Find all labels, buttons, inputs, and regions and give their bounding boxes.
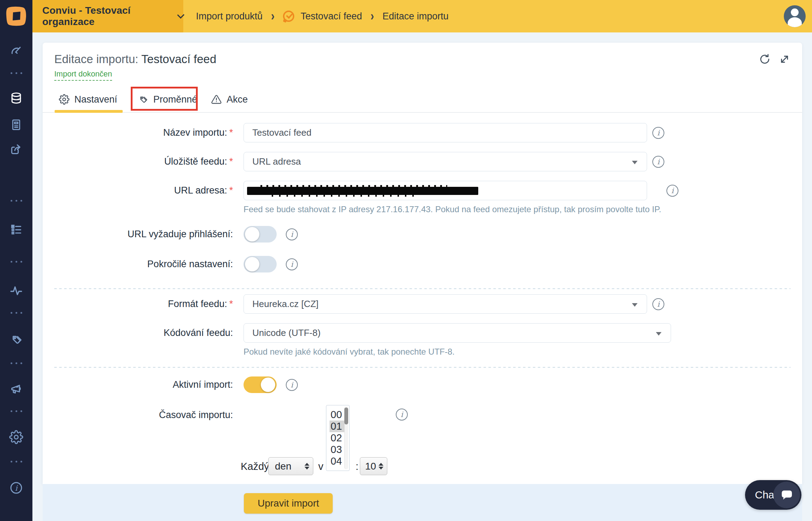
tags-icon	[10, 333, 23, 346]
sidebar-item-more[interactable]	[0, 261, 32, 263]
gear-icon	[59, 94, 69, 105]
info-icon[interactable]: i	[286, 228, 298, 240]
dropdown-caret-icon	[632, 303, 638, 307]
active-import-toggle[interactable]	[244, 376, 277, 393]
field-label: Aktivní import:	[54, 379, 233, 390]
activity-icon	[9, 283, 23, 298]
sidebar-item-more[interactable]	[0, 461, 32, 462]
hour-option[interactable]: 03	[330, 444, 344, 455]
top-bar: Conviu - Testovací organizace Import pro…	[0, 0, 812, 32]
info-icon[interactable]: i	[652, 127, 664, 139]
sidebar-item-lists[interactable]	[0, 223, 32, 236]
tab-nastaveni[interactable]: Nastavení	[59, 87, 117, 112]
user-avatar[interactable]	[784, 5, 806, 27]
annotation-box-promenne	[131, 87, 198, 111]
hour-option[interactable]: 04	[330, 455, 344, 467]
refresh-icon	[759, 53, 771, 65]
sidebar-nav: i	[0, 32, 32, 521]
timer-colon-label: :	[356, 461, 358, 472]
feed-encoding-select[interactable]: Unicode (UTF-8)	[244, 323, 671, 343]
organization-name: Conviu - Testovací organizace	[42, 5, 173, 27]
feed-storage-select[interactable]: URL adresa	[244, 152, 647, 171]
sidebar-item-help[interactable]: i	[0, 481, 32, 495]
dashboard-gauge-icon	[10, 44, 23, 57]
sidebar-item-more[interactable]	[0, 362, 32, 364]
sidebar-item-monitoring[interactable]	[0, 283, 32, 298]
hour-multiselect[interactable]: 00 01 02 03 04	[326, 405, 350, 471]
encoding-helper-text: Pokud nevíte jaké kódování vybrat, tak p…	[244, 347, 671, 357]
import-edit-card: Editace importu: Testovací feed Import d…	[43, 43, 802, 484]
url-helper-text: Feed se bude stahovat z IP adresy 217.16…	[244, 204, 661, 214]
info-icon[interactable]: i	[396, 409, 408, 421]
expand-button[interactable]	[779, 53, 791, 67]
checklist-icon	[10, 223, 23, 236]
import-status-link[interactable]: Import dokončen	[54, 69, 112, 81]
selected-value: den	[275, 461, 291, 472]
sidebar-item-more[interactable]	[0, 72, 32, 74]
form-row-advanced: Pokročilé nastavení: i	[54, 256, 791, 272]
submit-import-button[interactable]: Upravit import	[244, 493, 333, 514]
info-icon[interactable]: i	[286, 258, 298, 270]
import-name-input[interactable]	[244, 123, 647, 142]
field-label: URL adresa:*	[54, 181, 233, 200]
gear-icon	[9, 430, 23, 444]
sidebar-item-more[interactable]	[0, 200, 32, 202]
breadcrumb-separator: ›	[271, 9, 275, 24]
database-icon	[10, 92, 23, 105]
required-asterisk: *	[229, 299, 233, 309]
breadcrumb-separator: ›	[370, 9, 374, 24]
dashed-divider	[54, 367, 791, 368]
sidebar-item-settings[interactable]	[0, 430, 32, 444]
page-title-feed-name: Testovací feed	[141, 53, 216, 66]
organization-selector[interactable]: Conviu - Testovací organizace	[32, 0, 183, 32]
required-asterisk: *	[229, 156, 233, 167]
dropdown-caret-icon	[656, 332, 662, 336]
select-spinner-icon	[379, 463, 383, 470]
required-asterisk: *	[229, 185, 233, 196]
feed-format-select[interactable]: Heureka.cz [CZ]	[244, 294, 647, 314]
feed-check-icon	[283, 11, 294, 22]
sidebar-item-documents[interactable]	[0, 118, 32, 131]
scrollbar-thumb[interactable]	[344, 407, 348, 424]
required-asterisk: *	[229, 127, 233, 138]
form-row-format-feedu: Formát feedu:* Heureka.cz [CZ] i	[54, 294, 791, 314]
app-logo[interactable]	[0, 0, 32, 32]
card-header: Editace importu: Testovací feed Import d…	[43, 43, 802, 81]
selected-value: Heureka.cz [CZ]	[252, 299, 319, 309]
timer-period-select[interactable]: den	[268, 457, 313, 475]
chat-widget[interactable]: Chat	[745, 480, 801, 510]
info-icon[interactable]: i	[666, 185, 678, 197]
sidebar-item-announcements[interactable]	[0, 382, 32, 396]
page-title-prefix: Editace importu:	[54, 53, 141, 66]
sidebar-item-export[interactable]	[0, 142, 32, 156]
refresh-button[interactable]	[759, 53, 771, 67]
sidebar-item-more[interactable]	[0, 312, 32, 314]
form-row-nazev-importu: Název importu:* i	[54, 123, 791, 142]
share-icon	[10, 142, 23, 156]
hour-option[interactable]: 02	[330, 432, 344, 444]
url-login-toggle[interactable]	[244, 226, 277, 243]
timer-minute-select[interactable]: 10	[360, 457, 387, 475]
sidebar-item-dashboard[interactable]	[0, 44, 32, 57]
field-label: Formát feedu:*	[54, 299, 233, 309]
tab-akce[interactable]: Akce	[211, 87, 248, 112]
form-row-casovac-importu: Časovač importu: 00 01 02 03 04 i Každý	[54, 405, 791, 475]
breadcrumb-testovaci-feed[interactable]: Testovací feed	[301, 11, 362, 22]
timer-in-label: v	[318, 461, 324, 472]
field-label: Pokročilé nastavení:	[54, 259, 233, 270]
breadcrumb-import-produktu[interactable]: Import produktů	[196, 11, 263, 22]
sidebar-item-more[interactable]	[0, 410, 32, 412]
sidebar-item-tags[interactable]	[0, 333, 32, 346]
svg-text:i: i	[15, 484, 18, 492]
hour-option[interactable]: 00	[330, 409, 344, 421]
sidebar-item-data-active[interactable]	[0, 92, 32, 105]
tab-label: Akce	[227, 94, 248, 105]
app-window: Conviu - Testovací organizace Import pro…	[0, 0, 812, 521]
hour-option-selected[interactable]: 01	[330, 421, 344, 432]
info-icon[interactable]: i	[286, 379, 298, 391]
info-icon[interactable]: i	[652, 298, 664, 310]
advanced-settings-toggle[interactable]	[244, 256, 277, 272]
field-label: Kódování feedu:	[54, 323, 233, 343]
form-row-url-adresa: URL adresa:* Feed se bude stahovat z IP …	[54, 181, 791, 214]
info-icon[interactable]: i	[652, 156, 664, 168]
